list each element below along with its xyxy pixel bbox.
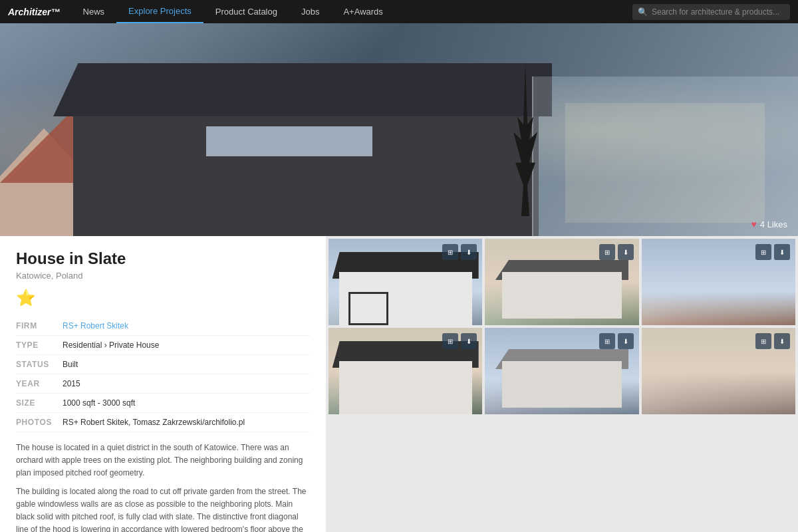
thumb-3-actions: ⊞ ⬇ [755, 244, 790, 260]
firm-link[interactable]: RS+ Robert Skitek [63, 321, 128, 331]
thumb-3-grid-btn[interactable]: ⊞ [755, 244, 771, 260]
meta-row-size: SIZE 1000 sqft - 3000 sqft [16, 394, 310, 413]
meta-table: FIRM RS+ Robert Skitek TYPE Residential … [16, 317, 310, 432]
status-label: STATUS [16, 355, 63, 374]
thumb-6-actions: ⊞ ⬇ [755, 333, 790, 349]
meta-row-firm: FIRM RS+ Robert Skitek [16, 317, 310, 336]
thumb-3-download-btn[interactable]: ⬇ [774, 244, 790, 260]
hero-interior [565, 103, 765, 223]
nav-explore-projects[interactable]: Explore Projects [116, 0, 203, 23]
site-logo[interactable]: Architizer™ [8, 7, 61, 17]
thumb-1-download-btn[interactable]: ⬇ [461, 244, 477, 260]
thumb-5-grid-btn[interactable]: ⊞ [599, 333, 615, 349]
thumb-4-download-btn[interactable]: ⬇ [461, 333, 477, 349]
meta-row-status: STATUS Built [16, 355, 310, 374]
nav-jobs[interactable]: Jobs [289, 0, 331, 23]
meta-row-type: TYPE Residential › Private House [16, 336, 310, 355]
description-p1: The house is located in a quiet district… [16, 442, 310, 480]
search-icon: 🔍 [638, 7, 648, 17]
thumb-4-actions: ⊞ ⬇ [442, 333, 477, 349]
navbar: Architizer™ News Explore Projects Produc… [0, 0, 798, 23]
project-location: Katowice, Poland [16, 271, 310, 281]
gallery-grid: ⊞ ⬇ ⊞ ⬇ ⊞ ⬇ [326, 236, 798, 417]
thumb-6-download-btn[interactable]: ⬇ [774, 333, 790, 349]
photos-label: PHOTOS [16, 413, 63, 432]
type-value: Residential › Private House [63, 336, 310, 355]
project-title: House in Slate [16, 249, 310, 268]
hero-main-roof [53, 63, 552, 116]
nav-product-catalog[interactable]: Product Catalog [203, 0, 289, 23]
size-label: SIZE [16, 394, 63, 413]
content-area: House in Slate Katowice, Poland ⭐ FIRM R… [0, 236, 798, 532]
firm-value: RS+ Robert Skitek [63, 317, 310, 336]
thumb-2-download-btn[interactable]: ⬇ [618, 244, 634, 260]
meta-row-year: YEAR 2015 [16, 374, 310, 394]
thumb-5-actions: ⊞ ⬇ [599, 333, 634, 349]
thumb-1-grid-btn[interactable]: ⊞ [442, 244, 458, 260]
right-gallery: ⊞ ⬇ ⊞ ⬇ ⊞ ⬇ [326, 236, 798, 532]
search-bar: 🔍 [632, 4, 790, 20]
firm-label: FIRM [16, 317, 63, 336]
award-star: ⭐ [16, 289, 310, 307]
project-description: The house is located in a quiet district… [16, 442, 310, 532]
thumb-6-grid-btn[interactable]: ⊞ [755, 333, 771, 349]
hero-image: ♥ 4 Likes [0, 23, 798, 236]
thumb-5-download-btn[interactable]: ⬇ [618, 333, 634, 349]
left-panel: House in Slate Katowice, Poland ⭐ FIRM R… [0, 236, 326, 532]
meta-row-photos: PHOTOS RS+ Robert Skitek, Tomasz Zakrzew… [16, 413, 310, 432]
search-input[interactable] [652, 7, 785, 17]
size-value: 1000 sqft - 3000 sqft [63, 394, 310, 413]
likes-count[interactable]: ♥ 4 Likes [751, 219, 787, 229]
thumb-2-grid-btn[interactable]: ⊞ [599, 244, 615, 260]
status-value: Built [63, 355, 310, 374]
hero-window-strip [206, 126, 372, 156]
photos-value: RS+ Robert Skitek, Tomasz Zakrzewski/arc… [63, 413, 310, 432]
gallery-thumb-1[interactable]: ⊞ ⬇ [329, 239, 482, 325]
year-label: YEAR [16, 374, 63, 394]
gallery-thumb-6[interactable]: ⊞ ⬇ [642, 328, 795, 414]
gallery-thumb-3[interactable]: ⊞ ⬇ [642, 239, 795, 325]
thumb-1-actions: ⊞ ⬇ [442, 244, 477, 260]
gallery-thumb-2[interactable]: ⊞ ⬇ [485, 239, 638, 325]
gallery-thumb-4[interactable]: ⊞ ⬇ [329, 328, 482, 414]
thumb-2-actions: ⊞ ⬇ [599, 244, 634, 260]
nav-awards[interactable]: A+Awards [331, 0, 394, 23]
year-value: 2015 [63, 374, 310, 394]
heart-icon: ♥ [751, 219, 756, 229]
description-p2: The building is located along the road t… [16, 485, 310, 532]
thumb-4-grid-btn[interactable]: ⊞ [442, 333, 458, 349]
nav-news[interactable]: News [71, 0, 117, 23]
gallery-thumb-5[interactable]: ⊞ ⬇ [485, 328, 638, 414]
type-label: TYPE [16, 336, 63, 355]
